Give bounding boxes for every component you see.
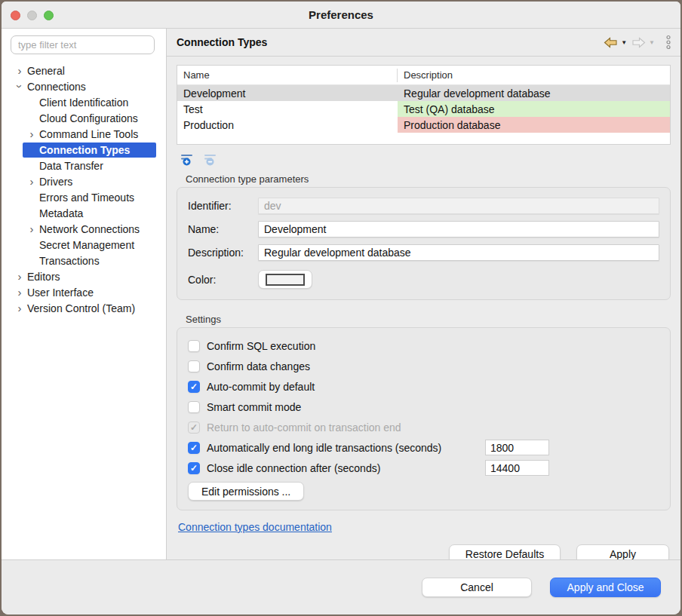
table-row-test[interactable]: TestTest (QA) database xyxy=(177,101,670,117)
value-field-close-idle-connection-after-seconds[interactable] xyxy=(485,460,549,476)
back-icon[interactable] xyxy=(604,37,618,48)
setting-label: Smart commit mode xyxy=(207,401,301,413)
chevron-right-icon[interactable]: › xyxy=(24,223,39,234)
page-title: Connection Types xyxy=(177,36,604,48)
sidebar-item-label: Cloud Configurations xyxy=(39,112,138,124)
chevron-right-icon[interactable]: › xyxy=(12,65,27,76)
sidebar-item-connection-types[interactable]: Connection Types xyxy=(23,142,166,158)
cell-name: Production xyxy=(177,117,398,133)
preferences-window: Preferences ›General›ConnectionsClient I… xyxy=(0,0,682,616)
sidebar-item-general[interactable]: ›General xyxy=(11,63,166,78)
sidebar-item-client-identification[interactable]: Client Identification xyxy=(23,94,166,110)
setting-row-auto-commit-by-default: Auto-commit by default xyxy=(188,376,659,397)
connection-types-page: Name Description DevelopmentRegular deve… xyxy=(167,57,680,559)
table-row-production[interactable]: ProductionProduction database xyxy=(177,117,670,133)
checkbox-confirm-sql-execution[interactable] xyxy=(188,340,200,352)
sidebar-item-label: Command Line Tools xyxy=(39,128,138,140)
sidebar-tree: ›General›ConnectionsClient Identificatio… xyxy=(2,63,166,316)
chevron-right-icon[interactable]: › xyxy=(24,128,39,139)
checkbox-automatically-end-long-idle-transactions-seconds[interactable] xyxy=(188,442,200,454)
chevron-down-icon[interactable]: › xyxy=(12,81,27,92)
settings-group-label: Settings xyxy=(186,314,680,325)
sidebar-item-data-transfer[interactable]: Data Transfer xyxy=(23,158,166,173)
add-connection-type-icon[interactable] xyxy=(180,152,196,166)
filter-input[interactable] xyxy=(11,35,155,54)
chevron-right-icon[interactable]: › xyxy=(12,271,27,282)
setting-row-smart-commit-mode: Smart commit mode xyxy=(188,397,659,417)
view-menu-icon[interactable] xyxy=(665,35,671,50)
chevron-right-icon[interactable]: › xyxy=(24,176,39,187)
setting-label: Confirm SQL execution xyxy=(207,340,315,352)
setting-label: Return to auto-commit on transaction end xyxy=(207,421,401,434)
table-header: Name Description xyxy=(177,66,670,85)
documentation-link[interactable]: Connection types documentation xyxy=(178,521,332,533)
edit-permissions-button[interactable]: Edit permissions ... xyxy=(188,482,304,501)
apply-button[interactable]: Apply xyxy=(576,544,669,559)
sidebar-item-label: General xyxy=(27,65,65,77)
sidebar-item-label: Editors xyxy=(27,271,60,283)
cell-name: Test xyxy=(177,101,398,117)
sidebar-item-label: Connection Types xyxy=(39,144,130,156)
setting-row-close-idle-connection-after-seconds: Close idle connection after (seconds) xyxy=(188,458,659,478)
sidebar-item-drivers[interactable]: ›Drivers xyxy=(23,173,166,189)
setting-row-confirm-sql-execution: Confirm SQL execution xyxy=(188,336,659,356)
sidebar-item-label: Drivers xyxy=(39,176,72,188)
preferences-sidebar: ›General›ConnectionsClient Identificatio… xyxy=(2,29,167,559)
sidebar-item-transactions[interactable]: Transactions xyxy=(23,253,166,268)
sidebar-item-label: Client Identification xyxy=(39,97,128,109)
column-header-name[interactable]: Name xyxy=(177,69,398,82)
sidebar-item-user-interface[interactable]: ›User Interface xyxy=(11,284,166,300)
chevron-right-icon[interactable]: › xyxy=(12,287,27,298)
value-field-automatically-end-long-idle-transactions-seconds[interactable] xyxy=(485,440,549,455)
zoom-button[interactable] xyxy=(44,11,54,20)
minimize-button[interactable] xyxy=(27,11,37,20)
sidebar-item-label: Secret Management xyxy=(39,239,134,251)
color-picker-button[interactable] xyxy=(258,270,312,289)
traffic-lights xyxy=(11,11,54,20)
setting-label: Automatically end long idle transactions… xyxy=(207,442,441,454)
sidebar-item-connections[interactable]: ›Connections xyxy=(11,78,166,94)
cell-description: Test (QA) database xyxy=(398,101,670,117)
sidebar-item-version-control-team[interactable]: ›Version Control (Team) xyxy=(11,300,166,316)
checkbox-close-idle-connection-after-seconds[interactable] xyxy=(188,462,200,474)
sidebar-item-secret-management[interactable]: Secret Management xyxy=(23,237,166,253)
sidebar-item-label: Errors and Timeouts xyxy=(39,192,134,204)
sidebar-item-label: Data Transfer xyxy=(39,160,103,172)
page-header: Connection Types ▼ ▼ xyxy=(167,29,680,57)
checkbox-smart-commit-mode[interactable] xyxy=(188,401,200,413)
params-group-box: Identifier: Name: Description: Color: xyxy=(177,187,671,300)
identifier-field xyxy=(258,198,659,214)
table-row-development[interactable]: DevelopmentRegular development database xyxy=(177,85,670,101)
name-label: Name: xyxy=(188,223,258,235)
sidebar-item-label: Transactions xyxy=(39,255,100,267)
window-title: Preferences xyxy=(309,8,373,21)
cancel-button[interactable]: Cancel xyxy=(422,578,532,597)
chevron-right-icon[interactable]: › xyxy=(12,302,27,314)
name-field[interactable] xyxy=(258,221,659,238)
sidebar-item-editors[interactable]: ›Editors xyxy=(11,268,166,284)
apply-and-close-button[interactable]: Apply and Close xyxy=(550,578,661,597)
setting-label: Close idle connection after (seconds) xyxy=(207,462,380,474)
close-button[interactable] xyxy=(11,11,20,20)
forward-icon xyxy=(631,37,646,48)
sidebar-item-label: Network Connections xyxy=(39,223,140,235)
column-header-description[interactable]: Description xyxy=(398,69,670,81)
sidebar-item-command-line-tools[interactable]: ›Command Line Tools xyxy=(23,126,166,142)
setting-row-confirm-data-changes: Confirm data changes xyxy=(188,356,659,376)
checkbox-auto-commit-by-default[interactable] xyxy=(188,381,200,393)
table-filler xyxy=(177,133,670,144)
titlebar: Preferences xyxy=(2,2,680,29)
back-dropdown-icon[interactable]: ▼ xyxy=(621,39,627,46)
settings-rows: Confirm SQL executionConfirm data change… xyxy=(188,336,659,478)
sidebar-item-errors-and-timeouts[interactable]: Errors and Timeouts xyxy=(23,189,166,205)
sidebar-item-network-connections[interactable]: ›Network Connections xyxy=(23,221,166,237)
settings-group-box: Confirm SQL executionConfirm data change… xyxy=(177,327,671,510)
identifier-label: Identifier: xyxy=(188,200,258,212)
checkbox-confirm-data-changes[interactable] xyxy=(188,360,200,372)
restore-defaults-button[interactable]: Restore Defaults xyxy=(449,544,561,559)
forward-dropdown-icon: ▼ xyxy=(649,39,655,46)
description-field[interactable] xyxy=(258,244,659,261)
sidebar-item-cloud-configurations[interactable]: Cloud Configurations xyxy=(23,110,166,126)
sidebar-item-metadata[interactable]: Metadata xyxy=(23,205,166,221)
cell-description: Production database xyxy=(398,117,670,133)
